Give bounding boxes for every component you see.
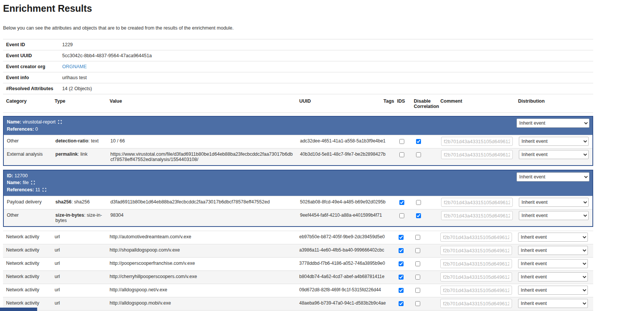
- page-description: Below you can see the attributes and obj…: [3, 25, 593, 31]
- disable-correlation-checkbox[interactable]: [415, 288, 420, 293]
- distribution-select[interactable]: Inherit event: [519, 198, 589, 207]
- comment-input[interactable]: [441, 137, 513, 146]
- disable-correlation-checkbox[interactable]: [415, 235, 420, 240]
- ids-checkbox[interactable]: [399, 235, 404, 240]
- distribution-select[interactable]: Inherit event: [518, 299, 588, 308]
- distribution-select[interactable]: Inherit event: [518, 286, 588, 295]
- ids-cell: [394, 244, 411, 257]
- ids-checkbox[interactable]: [399, 275, 404, 280]
- disable-correlation-checkbox[interactable]: [415, 275, 420, 280]
- attribute-value: http://pooperscooperfranchise.com/v.exe: [107, 258, 296, 269]
- ids-cell: [394, 297, 411, 310]
- attribute-type: detection-ratio: text: [52, 135, 107, 147]
- attribute-tags: [380, 231, 394, 237]
- expand-icon[interactable]: [31, 180, 35, 186]
- comment-input[interactable]: [441, 150, 513, 159]
- ids-checkbox[interactable]: [399, 152, 404, 157]
- distribution-cell: Inherit event: [516, 148, 592, 161]
- event-creator-org-link[interactable]: ORGNAME: [62, 64, 87, 69]
- ids-checkbox[interactable]: [399, 248, 404, 253]
- column-header-category: Category: [3, 95, 52, 113]
- ids-checkbox[interactable]: [399, 200, 404, 205]
- object-distribution-cell: Inherit event: [517, 172, 589, 181]
- disable-correlation-checkbox[interactable]: [416, 213, 421, 218]
- event-uuid-label: Event UUID: [3, 50, 59, 61]
- distribution-select[interactable]: Inherit event: [518, 259, 588, 268]
- expand-icon[interactable]: [58, 119, 62, 126]
- distribution-select[interactable]: Inherit event: [518, 246, 588, 255]
- distribution-cell: Inherit event: [516, 209, 592, 222]
- disable-correlation-cell: [411, 244, 437, 257]
- disable-correlation-checkbox[interactable]: [415, 248, 420, 253]
- disable-correlation-checkbox[interactable]: [415, 261, 420, 266]
- attribute-category: External analysis: [4, 148, 52, 160]
- ids-checkbox[interactable]: [399, 213, 404, 218]
- disable-correlation-cell: [412, 135, 438, 148]
- attribute-uuid: eb97b50e-b872-405f-9be9-2dc39459d5e0: [296, 231, 380, 242]
- object-distribution-select[interactable]: Inherit event: [517, 119, 589, 128]
- comment-input[interactable]: [441, 198, 513, 207]
- comment-input[interactable]: [440, 233, 512, 242]
- ids-checkbox[interactable]: [399, 261, 404, 266]
- comment-input[interactable]: [440, 299, 512, 308]
- attribute-type: url: [52, 231, 107, 242]
- table-header-row: Category Type Value UUID Tags IDS Disabl…: [3, 95, 593, 113]
- attribute-category: Other: [4, 135, 52, 147]
- resolved-attributes-label: #Resolved Attributes: [3, 83, 59, 94]
- attribute-value: http://cherryhillpooperscoopers.com/v.ex…: [107, 271, 296, 282]
- resolved-attributes-row: #Resolved Attributes 14 (2 Objects): [3, 83, 593, 94]
- attribute-tags: [380, 244, 394, 250]
- disable-correlation-cell: [412, 148, 438, 161]
- attribute-type: url: [52, 284, 107, 295]
- ids-checkbox[interactable]: [399, 139, 404, 144]
- attribute-uuid: 09d672d8-82f8-469f-9c1f-5315fd226d44: [296, 284, 380, 295]
- object-header-line: ID: 12700: [7, 172, 517, 179]
- comment-cell: [437, 244, 515, 256]
- distribution-select[interactable]: Inherit event: [519, 137, 589, 146]
- attribute-value: http://alldogspoop.mobi/v.exe: [107, 297, 296, 309]
- ids-cell: [395, 135, 412, 148]
- attribute-row: Othersize-in-bytes: size-in-bytes983049e…: [4, 209, 592, 226]
- disable-correlation-checkbox[interactable]: [416, 200, 421, 205]
- attribute-type: url: [52, 271, 107, 282]
- expand-icon[interactable]: [42, 187, 46, 194]
- comment-input[interactable]: [440, 259, 512, 268]
- comment-input[interactable]: [440, 246, 512, 255]
- disable-correlation-cell: [412, 209, 438, 222]
- disable-correlation-checkbox[interactable]: [416, 152, 421, 157]
- object-header-line: Name: file: [7, 179, 517, 186]
- comment-input[interactable]: [440, 272, 512, 281]
- attribute-row: Network activityurlhttp://alldogspoop.mo…: [3, 297, 593, 310]
- distribution-select[interactable]: Inherit event: [518, 272, 588, 281]
- comment-input[interactable]: [440, 286, 512, 295]
- comment-cell: [437, 231, 515, 243]
- distribution-select[interactable]: Inherit event: [518, 233, 588, 242]
- distribution-cell: Inherit event: [515, 258, 591, 270]
- ids-checkbox[interactable]: [399, 288, 404, 293]
- object-header-lines: ID: 12700Name: fileReferences: 11: [7, 172, 517, 194]
- attribute-value: d3fad6911b80be1d64eb88ba23fecbcddc2faa73…: [107, 196, 297, 208]
- comment-cell: [437, 297, 515, 309]
- comment-cell: [438, 196, 516, 208]
- comment-input[interactable]: [441, 211, 513, 220]
- ids-checkbox[interactable]: [399, 301, 404, 306]
- event-id-label: Event ID: [3, 39, 59, 50]
- event-uuid-row: Event UUID 5cc3042c-8bb4-4837-9564-47aca…: [3, 50, 593, 61]
- attribute-type: permalink: link: [52, 148, 107, 160]
- disable-correlation-checkbox[interactable]: [415, 301, 420, 306]
- attribute-uuid: 48aeba96-b739-47a0-94c1-d583b2b9c4ae: [296, 297, 380, 309]
- attribute-uuid: 3778ddbd-f7b6-4186-a052-746a3895b9e0: [296, 258, 380, 269]
- distribution-select[interactable]: Inherit event: [519, 211, 589, 220]
- ids-cell: [394, 231, 411, 244]
- event-info-label: Event info: [3, 72, 59, 83]
- partial-bottom-bar: [0, 308, 37, 311]
- disable-correlation-checkbox[interactable]: [416, 139, 421, 144]
- distribution-select[interactable]: Inherit event: [519, 150, 589, 159]
- enrichment-results-page: Enrichment Results Below you can see the…: [3, 3, 593, 311]
- object-distribution-select[interactable]: Inherit event: [517, 172, 589, 181]
- column-header-ids: IDS: [394, 95, 411, 113]
- attribute-type: url: [52, 297, 107, 309]
- event-creator-org-label: Event creator org: [3, 61, 59, 72]
- attribute-row: Network activityurlhttp://alldogspoop.ne…: [3, 284, 593, 297]
- attribute-row: Network activityurlhttp://pooperscooperf…: [3, 257, 593, 270]
